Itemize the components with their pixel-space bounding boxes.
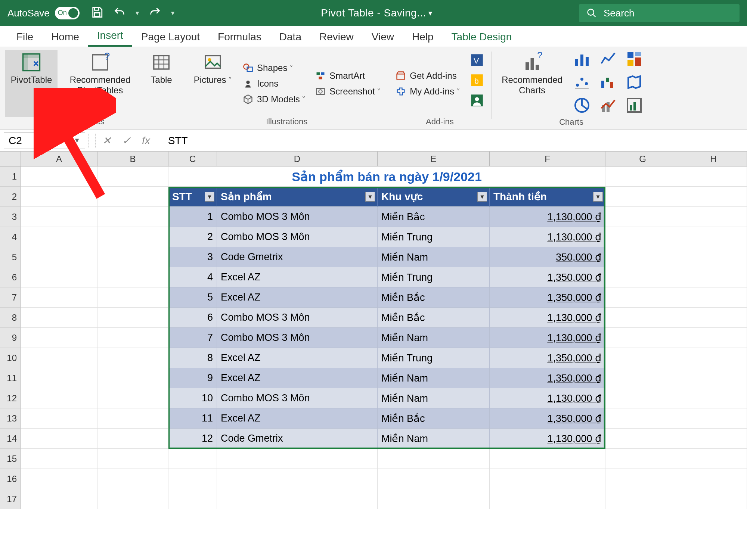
table-button[interactable]: Table	[143, 50, 180, 117]
cell[interactable]: 3	[168, 247, 217, 267]
cell[interactable]	[97, 368, 168, 388]
autosave-toggle[interactable]	[55, 7, 80, 19]
cell[interactable]: 5	[168, 287, 217, 308]
cell[interactable]	[97, 348, 168, 368]
cell[interactable]	[97, 287, 168, 308]
cell[interactable]	[97, 167, 168, 187]
cell[interactable]	[21, 287, 97, 308]
cell[interactable]	[605, 388, 680, 408]
pie-chart-icon[interactable]	[573, 96, 594, 117]
row-header[interactable]: 11	[0, 368, 21, 388]
cell[interactable]: Miền Trung	[378, 267, 490, 287]
cell[interactable]: Code Gmetrix	[217, 429, 378, 449]
row-header[interactable]: 4	[0, 227, 21, 247]
cell[interactable]	[605, 187, 680, 207]
recommended-pivot-button[interactable]: ? Recommended PivotTables	[63, 50, 137, 117]
col-header-B[interactable]: B	[97, 152, 168, 166]
row-header[interactable]: 5	[0, 247, 21, 267]
cell[interactable]: 6	[168, 308, 217, 328]
visio-addin-icon[interactable]: V	[469, 52, 485, 69]
smartart-button[interactable]: SmartArt	[313, 69, 383, 83]
cell[interactable]	[680, 489, 747, 509]
cell[interactable]: 10	[168, 388, 217, 408]
cell[interactable]	[168, 469, 217, 489]
name-box-dropdown-icon[interactable]: ▼	[74, 137, 80, 144]
line-chart-icon[interactable]	[599, 50, 620, 71]
3d-models-button[interactable]: 3D Models	[241, 93, 308, 106]
screenshot-button[interactable]: Screenshot	[313, 85, 383, 98]
cell[interactable]	[680, 429, 747, 449]
cancel-icon[interactable]: ✕	[102, 134, 111, 147]
cell[interactable]	[21, 449, 97, 469]
cell[interactable]: Miền Trung	[378, 227, 490, 247]
qat-customize[interactable]: ▾	[171, 9, 174, 17]
cell[interactable]	[97, 267, 168, 287]
combo-chart-icon[interactable]	[599, 96, 620, 117]
undo-icon[interactable]	[113, 6, 126, 20]
cell[interactable]: Miền Bắc	[378, 287, 490, 308]
tab-view[interactable]: View	[363, 27, 403, 47]
cell[interactable]	[605, 368, 680, 388]
cell[interactable]	[680, 368, 747, 388]
cell[interactable]: Miền Nam	[378, 388, 490, 408]
cell[interactable]	[21, 388, 97, 408]
row-header[interactable]: 13	[0, 408, 21, 429]
cell[interactable]	[21, 429, 97, 449]
scatter-chart-icon[interactable]	[573, 73, 594, 94]
formula-input[interactable]: STT	[157, 130, 747, 151]
cell[interactable]: Excel AZ	[217, 348, 378, 368]
cell[interactable]	[680, 469, 747, 489]
tab-page-layout[interactable]: Page Layout	[132, 27, 209, 47]
row-header[interactable]: 14	[0, 429, 21, 449]
cell[interactable]: Miền Bắc	[378, 408, 490, 429]
cell[interactable]	[680, 287, 747, 308]
cell[interactable]: Combo MOS 3 Môn	[217, 227, 378, 247]
cell[interactable]	[605, 348, 680, 368]
tab-data[interactable]: Data	[270, 27, 310, 47]
cell[interactable]	[680, 227, 747, 247]
cell[interactable]	[21, 267, 97, 287]
cell[interactable]: Miền Nam	[378, 429, 490, 449]
cell[interactable]: 4	[168, 267, 217, 287]
tab-home[interactable]: Home	[42, 27, 88, 47]
cell[interactable]	[21, 328, 97, 348]
col-header-E[interactable]: E	[378, 152, 490, 166]
cell[interactable]: Miền Nam	[378, 247, 490, 267]
cell[interactable]	[490, 489, 605, 509]
cell[interactable]: 1,130,000 ₫	[490, 328, 605, 348]
row-header[interactable]: 8	[0, 308, 21, 328]
cell[interactable]	[21, 368, 97, 388]
cell[interactable]: Miền Bắc	[378, 308, 490, 328]
cell[interactable]: 2	[168, 227, 217, 247]
cell[interactable]	[168, 489, 217, 509]
cell[interactable]	[378, 489, 490, 509]
cell[interactable]: Combo MOS 3 Môn	[217, 388, 378, 408]
cell[interactable]	[97, 408, 168, 429]
enter-icon[interactable]: ✓	[122, 134, 131, 147]
cell[interactable]	[21, 227, 97, 247]
row-header[interactable]: 10	[0, 348, 21, 368]
cell[interactable]	[490, 469, 605, 489]
cell[interactable]: Excel AZ	[217, 408, 378, 429]
cell[interactable]: 8	[168, 348, 217, 368]
row-header[interactable]: 3	[0, 207, 21, 227]
cell[interactable]: 1,130,000 ₫	[490, 388, 605, 408]
row-header[interactable]: 15	[0, 449, 21, 469]
cell[interactable]	[605, 408, 680, 429]
row-header[interactable]: 2	[0, 187, 21, 207]
col-header-G[interactable]: G	[605, 152, 680, 166]
cell[interactable]: 1,130,000 ₫	[490, 207, 605, 227]
cell[interactable]	[605, 227, 680, 247]
cell[interactable]: Combo MOS 3 Môn	[217, 207, 378, 227]
col-header-A[interactable]: A	[21, 152, 97, 166]
tab-file[interactable]: File	[7, 27, 42, 47]
cell[interactable]: STT	[168, 187, 217, 207]
cell[interactable]	[680, 167, 747, 187]
pivottable-button[interactable]: PivotTable	[5, 50, 58, 117]
cell[interactable]: 1,350,000 ₫	[490, 267, 605, 287]
cell[interactable]: 1	[168, 207, 217, 227]
cell[interactable]	[680, 187, 747, 207]
cell[interactable]	[680, 449, 747, 469]
cell[interactable]	[97, 328, 168, 348]
row-header[interactable]: 1	[0, 167, 21, 187]
